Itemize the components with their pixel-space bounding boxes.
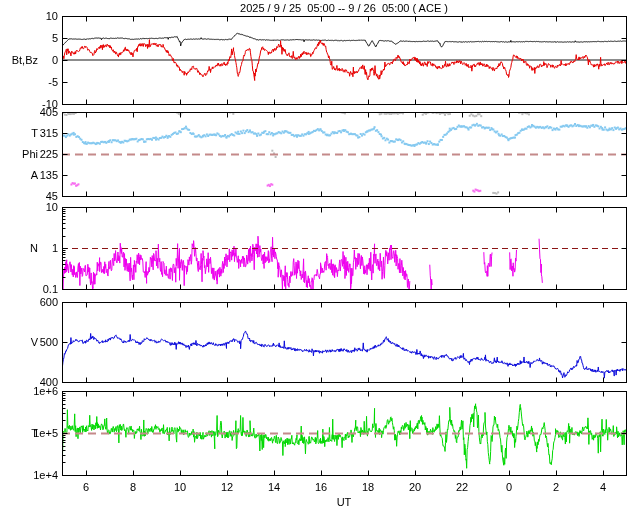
xtick-8: 8 <box>121 481 145 493</box>
xtick-20: 20 <box>403 481 427 493</box>
ytick-bt_bz-10: 10 <box>0 10 58 22</box>
xtick-22: 22 <box>450 481 474 493</box>
xtick-6: 6 <box>74 481 98 493</box>
xtick-0: 0 <box>497 481 521 493</box>
ytick-t_phi_a-405: 405 <box>0 106 58 118</box>
x-axis-title: UT <box>62 496 626 508</box>
ytick-n-0.1: 0.1 <box>0 283 58 295</box>
axis-name-t_phi_a-A: A <box>0 169 38 181</box>
ytick-bt_bz--5: -5 <box>0 76 58 88</box>
xtick-14: 14 <box>262 481 286 493</box>
xtick-18: 18 <box>356 481 380 493</box>
xtick-16: 16 <box>309 481 333 493</box>
ytick-bt_bz-5: 5 <box>0 32 58 44</box>
axis-name-bt_bz-Bt,Bz: Bt,Bz <box>0 54 38 66</box>
ytick-v-600: 600 <box>0 296 58 308</box>
xtick-10: 10 <box>168 481 192 493</box>
xtick-12: 12 <box>215 481 239 493</box>
ytick-t_temp-1e+6: 1e+6 <box>0 385 58 397</box>
ytick-n-10: 10 <box>0 201 58 213</box>
axis-name-t_temp-T: T <box>0 427 38 439</box>
axis-name-t_phi_a-Phi: Phi <box>0 148 38 160</box>
ace-solar-wind-figure: 2025 / 9 / 25 05:00 -- 9 / 26 05:00 ( AC… <box>0 0 640 512</box>
xtick-4: 4 <box>591 481 615 493</box>
axis-name-n-N: N <box>0 242 38 254</box>
xtick-2: 2 <box>544 481 568 493</box>
ytick-t_temp-1e+4: 1e+4 <box>0 469 58 481</box>
chart-title: 2025 / 9 / 25 05:00 -- 9 / 26 05:00 ( AC… <box>62 2 626 14</box>
plot-canvas <box>0 0 640 512</box>
axis-name-t_phi_a-T: T <box>0 127 38 139</box>
axis-name-v-V: V <box>0 336 38 348</box>
